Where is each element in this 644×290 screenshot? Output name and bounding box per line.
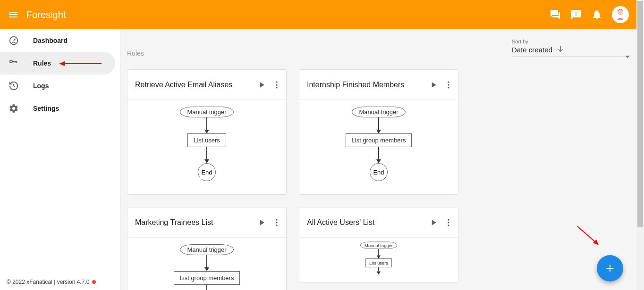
rule-flow: Manual trigger List users xyxy=(311,238,446,274)
svg-point-15 xyxy=(276,222,277,223)
add-rule-fab[interactable] xyxy=(597,255,623,282)
topbar: Foresight xyxy=(0,0,636,29)
rule-card-header: Internship Finished Members xyxy=(299,70,458,100)
sidebar-item-dashboard[interactable]: Dashboard xyxy=(0,29,120,52)
main-header: Rules Sort by Date created xyxy=(127,39,630,57)
svg-marker-5 xyxy=(59,61,65,66)
rule-title: Marketing Trainees List xyxy=(135,218,257,227)
more-vert-icon[interactable] xyxy=(444,80,453,90)
sidebar-item-settings[interactable]: Settings xyxy=(0,97,120,120)
flow-trigger-node: Manual trigger xyxy=(180,244,233,255)
history-icon xyxy=(8,81,19,91)
chat-icon[interactable] xyxy=(550,9,561,20)
svg-point-3 xyxy=(10,60,13,63)
rule-cards: Retrieve Active Email Aliases Manual tri… xyxy=(127,69,630,290)
flow-arrow-icon xyxy=(378,249,379,258)
rule-flow: Manual trigger List users End xyxy=(127,100,286,194)
rule-flow: Manual trigger List group members End xyxy=(299,100,458,194)
run-icon[interactable] xyxy=(257,218,266,227)
flow-action-node: List group members xyxy=(174,271,240,285)
flow-action-node: List users xyxy=(365,258,391,267)
flow-arrow-icon xyxy=(206,255,207,271)
sort-value: Date created xyxy=(512,46,552,54)
rules-key-icon xyxy=(8,58,19,68)
flow-action-node: List users xyxy=(187,133,226,147)
svg-marker-7 xyxy=(625,56,630,58)
dashboard-gauge-icon xyxy=(8,35,19,46)
svg-point-9 xyxy=(276,84,277,85)
sidebar-label-settings: Settings xyxy=(33,105,59,112)
svg-point-8 xyxy=(276,81,277,83)
dropdown-caret-icon xyxy=(625,51,630,54)
flow-arrow-icon xyxy=(378,117,379,133)
flow-arrow-icon xyxy=(206,117,207,133)
run-icon[interactable] xyxy=(429,80,438,90)
rule-card[interactable]: Marketing Trainees List Manual trigger L… xyxy=(127,207,287,290)
sidebar-label-dashboard: Dashboard xyxy=(33,37,68,44)
svg-point-19 xyxy=(448,224,449,226)
sidebar-footer: © 2022 xFanatical | version 4.7.0 xyxy=(7,279,96,285)
page-heading: Rules xyxy=(127,50,512,57)
sort-label: Sort by xyxy=(512,39,630,44)
flow-trigger-node: Manual trigger xyxy=(352,107,405,117)
svg-point-18 xyxy=(448,222,449,223)
scrollbar[interactable] xyxy=(636,0,644,290)
rule-card-header: Retrieve Active Email Aliases xyxy=(127,70,286,100)
rule-card[interactable]: Internship Finished Members Manual trigg… xyxy=(299,69,458,195)
run-icon[interactable] xyxy=(257,80,266,90)
main-content: Rules Sort by Date created Retrieve Acti… xyxy=(120,29,636,290)
flow-trigger-node: Manual trigger xyxy=(360,242,397,249)
flow-trigger-node: Manual trigger xyxy=(180,107,233,117)
scrollbar-thumb[interactable] xyxy=(637,1,643,227)
svg-point-10 xyxy=(276,87,277,88)
status-dot-icon xyxy=(92,280,96,284)
menu-icon[interactable] xyxy=(8,9,19,20)
topbar-actions xyxy=(550,6,629,23)
flow-arrow-icon xyxy=(206,285,207,290)
notifications-icon[interactable] xyxy=(591,9,602,20)
svg-point-16 xyxy=(276,224,277,226)
rule-card-header: Marketing Trainees List xyxy=(127,207,286,238)
svg-point-14 xyxy=(276,219,277,220)
rule-title: Retrieve Active Email Aliases xyxy=(135,81,257,89)
flow-end-node: End xyxy=(370,163,388,181)
rule-card[interactable]: Retrieve Active Email Aliases Manual tri… xyxy=(127,69,287,195)
sidebar: Dashboard Rules Logs Settings © 2022 xFa… xyxy=(0,29,120,290)
user-avatar[interactable] xyxy=(612,6,629,23)
flow-action-node: List group members xyxy=(346,133,412,147)
run-icon[interactable] xyxy=(429,218,438,227)
more-vert-icon[interactable] xyxy=(444,218,453,227)
more-vert-icon[interactable] xyxy=(272,218,281,227)
sidebar-label-logs: Logs xyxy=(33,82,49,90)
flow-arrow-icon xyxy=(206,147,207,163)
rule-flow: Manual trigger List group members End xyxy=(127,238,286,290)
svg-point-13 xyxy=(448,87,449,88)
highlight-arrow-icon xyxy=(59,60,102,67)
copyright-text: © 2022 xFanatical | version 4.7.0 xyxy=(7,279,89,285)
sort-dropdown[interactable]: Sort by Date created xyxy=(512,39,630,57)
sidebar-label-rules: Rules xyxy=(33,59,51,67)
sidebar-item-rules[interactable]: Rules xyxy=(0,52,115,75)
sidebar-item-logs[interactable]: Logs xyxy=(0,75,120,97)
flow-end-node: End xyxy=(198,163,216,181)
flow-arrow-icon xyxy=(378,267,379,274)
rule-title: Internship Finished Members xyxy=(307,81,429,89)
svg-point-11 xyxy=(448,81,449,83)
more-vert-icon[interactable] xyxy=(272,80,281,90)
feedback-icon[interactable] xyxy=(570,9,582,20)
svg-point-12 xyxy=(448,84,449,85)
rule-title: All Active Users' List xyxy=(307,218,429,227)
svg-point-17 xyxy=(448,219,449,220)
sort-direction-icon[interactable] xyxy=(556,44,565,55)
rule-card-header: All Active Users' List xyxy=(299,207,458,238)
flow-arrow-icon xyxy=(378,147,379,163)
app-title: Foresight xyxy=(26,9,550,20)
svg-point-1 xyxy=(618,9,623,15)
rule-card[interactable]: All Active Users' List Manual trigger Li… xyxy=(299,207,458,282)
gear-icon xyxy=(8,103,19,114)
